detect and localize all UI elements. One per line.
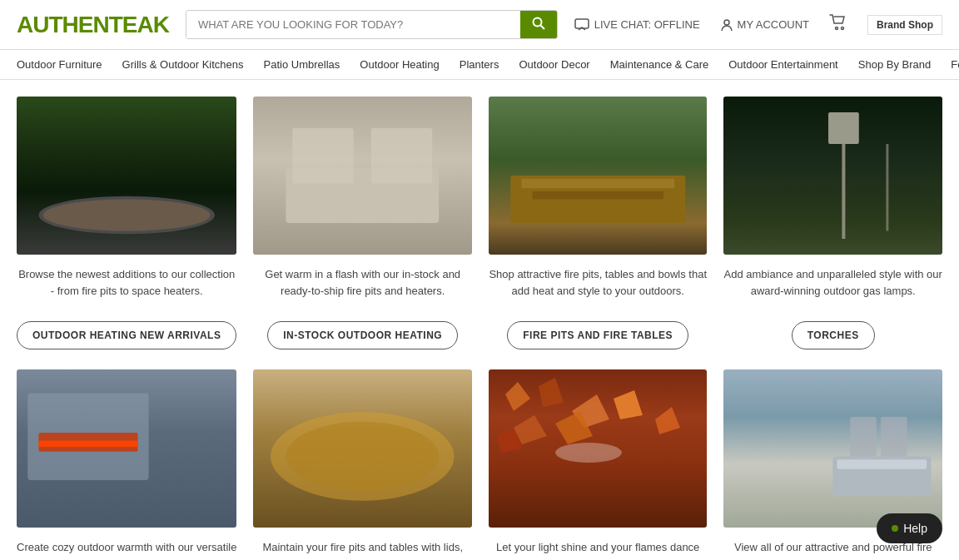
nav-shop-by-brand[interactable]: Shop By Brand <box>848 58 941 71</box>
svg-marker-36 <box>505 382 530 411</box>
svg-point-5 <box>842 27 844 30</box>
svg-rect-17 <box>521 179 674 188</box>
card-button-0[interactable]: OUTDOOR HEATING NEW ARRIVALS <box>17 321 236 349</box>
card-image-4[interactable] <box>17 369 236 528</box>
card-image-3[interactable] <box>723 97 942 255</box>
search-input[interactable] <box>186 11 520 38</box>
svg-rect-18 <box>532 191 663 200</box>
card-image-2[interactable] <box>489 97 708 255</box>
card-image-1[interactable] <box>253 97 472 255</box>
header: authenTEAK LIVE CHAT: OFFLINE MY ACCOUNT… <box>0 0 959 50</box>
svg-rect-47 <box>851 417 877 457</box>
header-right: LIVE CHAT: OFFLINE MY ACCOUNT Brand Shop <box>574 14 942 35</box>
nav-outdoor-decor[interactable]: Outdoor Decor <box>509 58 599 71</box>
svg-marker-41 <box>614 390 643 419</box>
svg-marker-43 <box>655 407 680 434</box>
product-card: Create cozy outdoor warmth with our vers… <box>17 369 236 560</box>
card-image-5[interactable] <box>253 369 472 528</box>
card-description: Let your light shine and your flames dan… <box>489 539 708 560</box>
nav-entertainment[interactable]: Outdoor Entertainment <box>718 58 848 71</box>
help-dot <box>892 525 898 532</box>
nav-maintenance[interactable]: Maintenance & Care <box>600 58 719 71</box>
search-icon <box>532 17 545 30</box>
card-image-7[interactable] <box>723 369 942 528</box>
product-card: Get warm in a flash with our in-stock an… <box>253 97 472 349</box>
nav-umbrellas[interactable]: Patio Umbrellas <box>254 58 350 71</box>
svg-point-3 <box>724 20 729 25</box>
svg-rect-48 <box>881 417 907 457</box>
product-card: Maintain your fire pits and tables with … <box>253 369 472 560</box>
search-bar <box>186 10 558 39</box>
brand-shop-badge: Brand Shop <box>867 15 942 35</box>
svg-marker-39 <box>514 415 547 444</box>
svg-line-1 <box>540 25 544 29</box>
svg-point-44 <box>555 443 622 463</box>
card-button-2[interactable]: FIRE PITS AND FIRE TABLES <box>507 321 688 349</box>
help-button[interactable]: Help <box>877 513 942 543</box>
svg-point-32 <box>286 422 440 492</box>
cart-button[interactable] <box>829 14 847 35</box>
svg-marker-37 <box>539 378 564 407</box>
card-description: Shop attractive fire pits, tables and bo… <box>489 266 708 310</box>
svg-point-7 <box>43 200 211 231</box>
card-description: Get warm in a flash with our in-stock an… <box>253 266 472 310</box>
search-button[interactable] <box>520 11 557 38</box>
logo-prefix: authen <box>17 12 109 37</box>
help-label: Help <box>903 522 927 535</box>
nav-grills[interactable]: Grills & Outdoor Kitchens <box>112 58 254 71</box>
user-icon <box>720 18 733 32</box>
nav-planters[interactable]: Planters <box>450 58 509 71</box>
product-card: Add ambiance and unparalleled style with… <box>723 97 942 349</box>
nav-featured-offers[interactable]: Featured Offers <box>941 58 959 71</box>
live-chat-label: LIVE CHAT: OFFLINE <box>594 18 700 31</box>
svg-rect-12 <box>293 128 355 184</box>
product-card: Browse the newest additions to our colle… <box>17 97 236 349</box>
my-account-label: MY ACCOUNT <box>738 18 809 31</box>
svg-rect-46 <box>837 459 927 468</box>
card-description: Maintain your fire pits and tables with … <box>253 539 472 560</box>
card-description: Create cozy outdoor warmth with our vers… <box>17 539 236 560</box>
logo-suffix: TEAK <box>109 12 169 37</box>
card-image-6[interactable] <box>489 369 708 528</box>
product-card: Shop attractive fire pits, tables and bo… <box>489 97 708 349</box>
cart-icon <box>829 14 847 31</box>
nav-outdoor-furniture[interactable]: Outdoor Furniture <box>17 58 112 71</box>
svg-rect-13 <box>371 128 433 184</box>
card-image-0[interactable] <box>17 97 236 255</box>
product-grid: Browse the newest additions to our colle… <box>17 97 942 560</box>
logo[interactable]: authenTEAK <box>17 12 169 38</box>
nav-outdoor-heating[interactable]: Outdoor Heating <box>350 58 449 71</box>
svg-rect-30 <box>38 441 137 448</box>
card-description: Browse the newest additions to our colle… <box>17 266 236 310</box>
card-button-3[interactable]: TORCHES <box>792 321 875 349</box>
main-content: Browse the newest additions to our colle… <box>0 80 959 560</box>
live-chat[interactable]: LIVE CHAT: OFFLINE <box>574 18 700 32</box>
svg-point-4 <box>836 27 838 30</box>
card-description: Add ambiance and unparalleled style with… <box>723 266 942 310</box>
svg-rect-23 <box>828 112 859 144</box>
my-account[interactable]: MY ACCOUNT <box>720 18 809 32</box>
chat-icon <box>574 18 589 32</box>
brand-shop-label: Brand Shop <box>877 19 933 31</box>
main-nav: Outdoor Furniture Grills & Outdoor Kitch… <box>0 50 959 80</box>
product-card: Let your light shine and your flames dan… <box>489 369 708 560</box>
card-button-1[interactable]: IN-STOCK OUTDOOR HEATING <box>267 321 458 349</box>
